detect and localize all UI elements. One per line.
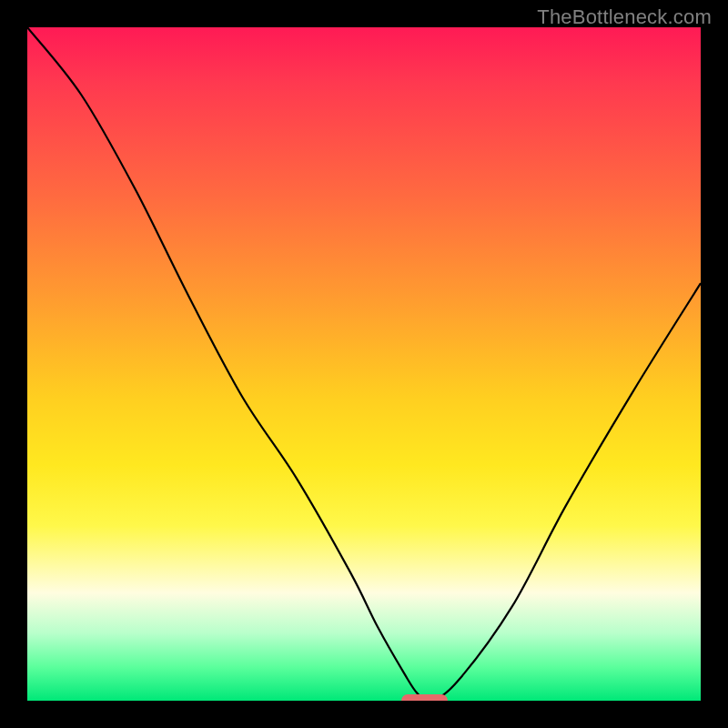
chart-frame: TheBottleneck.com (0, 0, 728, 728)
plot-area (27, 27, 701, 701)
watermark-text: TheBottleneck.com (537, 5, 712, 29)
minimum-marker (401, 694, 449, 701)
bottleneck-curve (27, 27, 701, 701)
